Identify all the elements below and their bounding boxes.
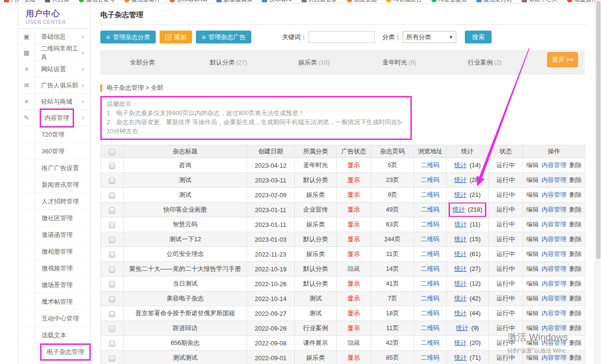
sidebar-subitem-3[interactable]: 推广广告设置: [18, 160, 90, 176]
edit-link[interactable]: 编辑: [526, 221, 539, 228]
expand-button[interactable]: 展开 >>: [547, 52, 578, 67]
stats-link[interactable]: 统计: [454, 265, 467, 272]
qrcode-link[interactable]: 二维码: [421, 250, 440, 257]
bookmark-item[interactable]: AI企业微信: [431, 0, 467, 4]
add-button[interactable]: + 添加: [160, 31, 192, 43]
qrcode-link[interactable]: 二维码: [421, 339, 440, 346]
bookmark-item[interactable]: 大白目: [45, 0, 69, 4]
content-manage-link[interactable]: 内容管理: [542, 280, 567, 287]
row-checkbox[interactable]: [109, 222, 115, 228]
edit-link[interactable]: 编辑: [526, 250, 539, 257]
stats-link[interactable]: 统计: [454, 280, 467, 287]
delete-link[interactable]: 删除: [569, 265, 582, 272]
bookmark-item[interactable]: 大白目登录: [301, 0, 337, 4]
category-tab-3[interactable]: 娱乐类(10): [271, 58, 357, 67]
content-manage-link[interactable]: 内容管理: [542, 339, 567, 346]
stats-link[interactable]: 统计: [454, 236, 467, 243]
row-checkbox[interactable]: [109, 252, 115, 258]
stats-link[interactable]: 统计: [454, 354, 467, 361]
bookmark-item[interactable]: 微信公众号: [79, 0, 115, 4]
sidebar-subitem-10[interactable]: 微场景管理: [18, 277, 90, 293]
bookmark-item[interactable]: 系统登陆: [347, 0, 377, 4]
qrcode-link[interactable]: 二维码: [421, 280, 440, 287]
content-manage-link[interactable]: 内容管理: [542, 236, 567, 243]
qrcode-link[interactable]: 二维码: [421, 236, 440, 243]
sidebar-subitem-1[interactable]: 720管理: [18, 126, 90, 143]
sidebar-subitem-6[interactable]: 微社区管理: [18, 210, 90, 226]
row-checkbox[interactable]: [109, 237, 115, 243]
bookmark-item[interactable]: AI智能后台: [386, 0, 421, 4]
sidebar-item-4[interactable]: ✉广告人俱乐部∨: [18, 77, 90, 94]
sidebar-item-3[interactable]: ≡网站设置∨: [18, 61, 90, 77]
qrcode-link[interactable]: 二维码: [421, 310, 440, 317]
sidebar-item-2[interactable]: ▦二维码常用工具∨: [18, 45, 90, 61]
manage-category-button[interactable]: ≡ 管理杂志分类: [100, 31, 156, 43]
row-checkbox[interactable]: [109, 341, 115, 347]
edit-link[interactable]: 编辑: [526, 280, 539, 287]
sidebar-subitem-11[interactable]: 魔术帖管理: [18, 293, 90, 310]
edit-link[interactable]: 编辑: [526, 354, 539, 361]
bookmark-item[interactable]: 微信送名片: [124, 0, 160, 4]
sidebar-subitem-2[interactable]: 360管理: [18, 143, 90, 160]
delete-link[interactable]: 删除: [569, 176, 582, 183]
sidebar-subitem-12[interactable]: 互动中心管理: [18, 310, 90, 327]
qrcode-link[interactable]: 二维码: [421, 161, 440, 169]
delete-link[interactable]: 删除: [569, 191, 582, 198]
qrcode-link[interactable]: 二维码: [421, 324, 440, 332]
qrcode-link[interactable]: 二维码: [421, 354, 440, 361]
edit-link[interactable]: 编辑: [526, 339, 539, 346]
row-checkbox[interactable]: [109, 355, 115, 362]
delete-link[interactable]: 删除: [569, 221, 582, 228]
search-button[interactable]: 搜索: [465, 31, 492, 43]
content-manage-link[interactable]: 内容管理: [542, 176, 567, 183]
sidebar-subitem-9[interactable]: 微视频管理: [18, 260, 90, 277]
stats-link[interactable]: 统计: [454, 191, 467, 198]
scrollbar-thumb[interactable]: [596, 1, 601, 259]
stats-link[interactable]: 统计: [454, 295, 467, 302]
stats-link[interactable]: 统计: [454, 161, 467, 169]
sidebar-subitem-5[interactable]: 人才招聘管理: [18, 193, 90, 210]
bookmark-item[interactable]: 新版微真实: [216, 0, 252, 4]
bookmark-item[interactable]: 快印客AI: [262, 0, 291, 4]
edit-link[interactable]: 编辑: [526, 265, 539, 272]
qrcode-link[interactable]: 二维码: [421, 221, 440, 228]
sidebar-subitem-8[interactable]: 微相册管理: [18, 243, 90, 260]
manage-ads-button[interactable]: ≡ 管理杂志广告: [196, 31, 251, 43]
edit-link[interactable]: 编辑: [526, 206, 539, 213]
select-all-checkbox[interactable]: [109, 149, 115, 155]
qrcode-link[interactable]: 二维码: [421, 206, 440, 213]
delete-link[interactable]: 删除: [569, 310, 582, 317]
bookmark-item[interactable]: 门户 登陆: [4, 0, 35, 4]
row-checkbox[interactable]: [109, 311, 115, 317]
row-checkbox[interactable]: [109, 163, 115, 169]
row-checkbox[interactable]: [109, 281, 115, 288]
edit-link[interactable]: 编辑: [526, 310, 539, 317]
sidebar-subitem-13[interactable]: 连载文本: [18, 327, 90, 343]
content-manage-link[interactable]: 内容管理: [542, 310, 567, 317]
delete-link[interactable]: 删除: [569, 324, 582, 332]
stats-link[interactable]: 统计: [452, 206, 465, 213]
qrcode-link[interactable]: 二维码: [421, 265, 440, 272]
delete-link[interactable]: 删除: [569, 206, 582, 213]
sidebar-item-6[interactable]: ✎内容管理∨: [18, 110, 90, 126]
content-manage-link[interactable]: 内容管理: [542, 191, 567, 198]
row-checkbox[interactable]: [109, 207, 115, 214]
edit-link[interactable]: 编辑: [526, 176, 539, 183]
bookmark-item[interactable]: 加盟合作: [567, 0, 597, 4]
edit-link[interactable]: 编辑: [526, 161, 539, 169]
edit-link[interactable]: 编辑: [526, 295, 539, 302]
qrcode-link[interactable]: 二维码: [421, 295, 440, 302]
content-manage-link[interactable]: 内容管理: [542, 206, 567, 213]
stats-link[interactable]: 统计: [456, 324, 469, 332]
stats-link[interactable]: 统计: [454, 250, 467, 257]
content-manage-link[interactable]: 内容管理: [542, 295, 567, 302]
content-manage-link[interactable]: 内容管理: [542, 250, 567, 257]
delete-link[interactable]: 删除: [569, 295, 582, 302]
bookmark-item[interactable]: 微信支付对: [476, 0, 512, 4]
sidebar-item-5[interactable]: ≡轻站与商城∨: [18, 94, 90, 110]
delete-link[interactable]: 删除: [569, 354, 582, 361]
category-tab-1[interactable]: 全部分类: [100, 58, 186, 67]
content-manage-link[interactable]: 内容管理: [542, 221, 567, 228]
edit-link[interactable]: 编辑: [526, 191, 539, 198]
bookmark-item[interactable]: 帮助中心大: [522, 0, 558, 4]
